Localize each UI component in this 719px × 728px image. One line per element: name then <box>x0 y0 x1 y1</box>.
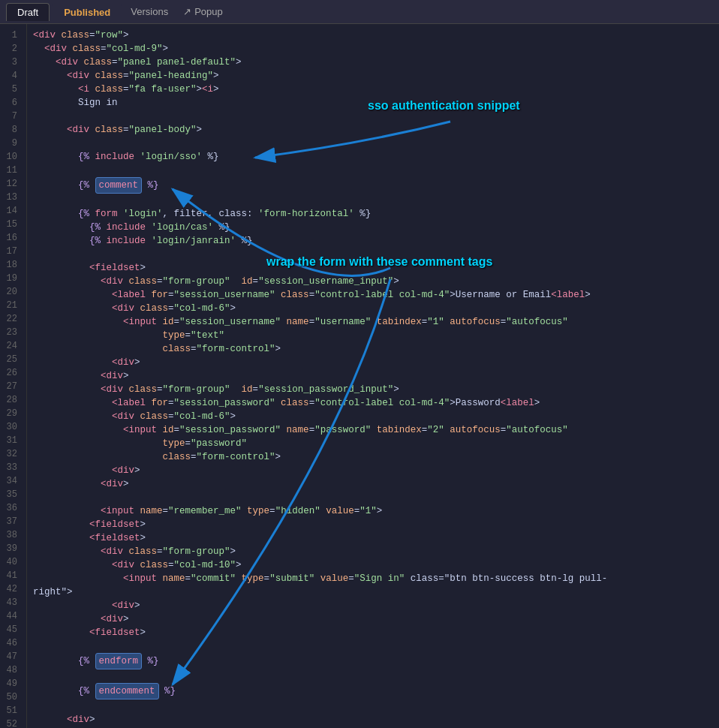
line-number: 42 <box>0 582 23 596</box>
code-line: <div> <box>33 477 713 491</box>
line-number: 43 <box>0 596 23 609</box>
code-line: <div> <box>33 612 713 626</box>
line-number: 4 <box>0 69 23 83</box>
line-number: 7 <box>0 110 23 123</box>
code-line: <div class="panel panel-default"> <box>33 56 713 69</box>
code-line: <input id="session_username" name="usern… <box>33 315 713 329</box>
code-line: <input id="session_password" name="passw… <box>33 423 713 437</box>
tab-draft[interactable]: Draft <box>6 3 50 21</box>
tab-popup[interactable]: ↗ Popup <box>177 3 229 20</box>
line-number: 21 <box>0 299 23 312</box>
line-number: 38 <box>0 528 23 542</box>
line-number: 2 <box>0 42 23 56</box>
line-number: 12 <box>0 177 23 191</box>
code-line: class="form-control"> <box>33 342 713 356</box>
code-line <box>33 669 713 683</box>
code-line: <div> <box>33 369 713 383</box>
code-line <box>33 110 713 123</box>
code-line <box>33 491 713 504</box>
line-number: 30 <box>0 420 23 434</box>
line-number: 16 <box>0 231 23 245</box>
code-line <box>33 248 713 261</box>
code-line: <div class="form-group" id="session_pass… <box>33 383 713 396</box>
code-line: <fieldset> <box>33 261 713 275</box>
code-content[interactable]: <div class="row"> <div class="col-md-9">… <box>27 24 719 728</box>
code-line: <fieldset> <box>33 626 713 639</box>
line-number: 46 <box>0 636 23 650</box>
code-line: <fieldset> <box>33 531 713 545</box>
code-line <box>33 699 713 713</box>
code-line: <div class="row"> <box>33 29 713 42</box>
line-number: 37 <box>0 515 23 528</box>
line-number: 25 <box>0 353 23 366</box>
line-number: 51 <box>0 704 23 717</box>
code-area: 1234567891011121314151617181920212223242… <box>0 24 719 728</box>
line-number: 34 <box>0 474 23 488</box>
code-line: <div class="panel-heading"> <box>33 69 713 83</box>
code-line: <div class="col-md-10"> <box>33 558 713 572</box>
line-number: 29 <box>0 407 23 420</box>
line-number: 26 <box>0 366 23 380</box>
line-number: 23 <box>0 326 23 339</box>
code-line: <input name="commit" type="submit" value… <box>33 572 713 585</box>
code-line: type="password" <box>33 437 713 450</box>
line-number: 52 <box>0 717 23 728</box>
code-line: <div class="col-md-6"> <box>33 302 713 315</box>
line-number: 11 <box>0 164 23 177</box>
code-line: <fieldset> <box>33 518 713 531</box>
tab-versions[interactable]: Versions <box>125 3 174 20</box>
line-number: 49 <box>0 677 23 690</box>
code-line: {% endcomment %} <box>33 683 713 699</box>
line-number: 45 <box>0 623 23 636</box>
code-line: Sign in <box>33 96 713 110</box>
line-number: 10 <box>0 150 23 164</box>
code-line <box>33 194 713 207</box>
line-number: 28 <box>0 393 23 407</box>
line-numbers: 1234567891011121314151617181920212223242… <box>0 24 27 728</box>
code-line: type="text" <box>33 329 713 342</box>
line-number: 19 <box>0 272 23 285</box>
line-number: 14 <box>0 204 23 218</box>
line-number: 15 <box>0 218 23 231</box>
code-line: <div> <box>33 464 713 477</box>
line-number: 36 <box>0 501 23 515</box>
line-number: 44 <box>0 609 23 623</box>
code-line: <div class="panel-body"> <box>33 123 713 137</box>
code-line <box>33 164 713 177</box>
line-number: 35 <box>0 488 23 501</box>
line-number: 9 <box>0 137 23 150</box>
line-number: 50 <box>0 690 23 704</box>
tab-bar: Draft Published Versions ↗ Popup <box>0 0 719 24</box>
code-line: class="form-control"> <box>33 450 713 464</box>
code-line: <div> <box>33 599 713 612</box>
line-number: 17 <box>0 245 23 258</box>
line-number: 48 <box>0 663 23 677</box>
code-line: <div> <box>33 356 713 369</box>
line-number: 32 <box>0 447 23 461</box>
line-number: 41 <box>0 569 23 582</box>
code-line: {% form 'login', filter, class: 'form-ho… <box>33 207 713 221</box>
line-number: 3 <box>0 56 23 69</box>
code-line: <div class="form-group"> <box>33 545 713 558</box>
code-line <box>33 639 713 653</box>
code-line: <div class="form-group" id="session_user… <box>33 275 713 288</box>
line-number: 18 <box>0 258 23 272</box>
line-number: 40 <box>0 555 23 569</box>
code-line: {% comment %} <box>33 177 713 194</box>
line-number: 47 <box>0 650 23 663</box>
code-line: {% include 'login/sso' %} <box>33 150 713 164</box>
line-number: 27 <box>0 380 23 393</box>
code-line: <i class="fa fa-user"><i> <box>33 83 713 96</box>
tab-published[interactable]: Published <box>53 3 122 21</box>
line-number: 24 <box>0 339 23 353</box>
line-number: 6 <box>0 96 23 110</box>
code-line: <label for="session_password" class="con… <box>33 396 713 410</box>
code-line: {% endform %} <box>33 653 713 669</box>
line-number: 1 <box>0 29 23 42</box>
code-line: <div class="col-md-9"> <box>33 42 713 56</box>
code-line: {% include 'login/janrain' %} <box>33 234 713 248</box>
code-line: right"> <box>33 585 713 599</box>
line-number: 22 <box>0 312 23 326</box>
code-line <box>33 137 713 150</box>
code-line: <div> <box>33 713 713 726</box>
